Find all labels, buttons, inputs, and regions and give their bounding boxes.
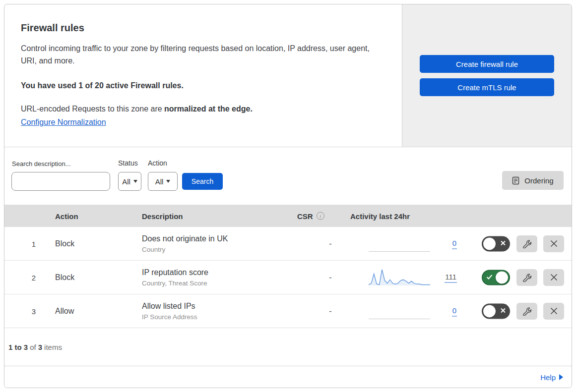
filter-bar: Search description... Status All Action … [4,147,572,205]
column-header-action: Action [55,212,78,220]
normalization-note-bold: normalized at the edge. [164,105,253,113]
normalization-note-text: URL-encoded Requests to this zone are [21,105,164,113]
rule-action: Allow [55,307,74,316]
rule-enabled-toggle[interactable] [482,236,510,251]
search-input[interactable] [22,172,112,190]
activity-count-link[interactable]: 0 [426,238,457,249]
page-title: Firewall rules [21,22,382,34]
column-header-activity: Activity last 24hr [350,212,410,220]
column-header-description: Description [142,212,183,220]
table-row: 1 Block Does not originate in UK Country… [4,227,572,261]
close-icon [550,240,558,247]
ordering-list-icon [512,176,520,185]
toggle-cross-icon [500,307,506,316]
rule-action: Block [55,273,74,282]
column-header-csr: CSR i [297,212,324,220]
ordering-button[interactable]: Ordering [502,171,564,190]
rule-enabled-toggle[interactable] [482,270,510,285]
rule-criteria: Country, Threat Score [142,280,208,287]
status-dropdown[interactable]: All [118,172,141,191]
table-header: Action Description CSR i Activity last 2… [4,205,572,227]
toggle-knob [483,237,496,250]
ordering-button-label: Ordering [524,176,553,185]
activity-sparkline [369,268,430,286]
sparkline-chart [369,268,430,286]
close-icon [550,274,558,281]
chevron-down-icon [133,180,137,183]
usage-summary: You have used 1 of 20 active Firewall ru… [21,81,382,90]
activity-sparkline-empty [369,234,430,253]
wrench-icon [522,239,531,248]
rule-csr-value: - [325,239,335,248]
pagination-total: 3 [38,343,42,351]
edit-rule-button[interactable] [516,303,537,320]
action-dropdown-value: All [155,177,164,186]
help-link-label: Help [540,373,556,382]
header-text-block: Firewall rules Control incoming traffic … [4,4,402,147]
rule-description: Allow listed IPs IP Source Address [142,302,197,321]
rule-description-title: Does not originate in UK [142,234,228,243]
close-icon [550,307,558,315]
wrench-icon [522,307,531,316]
status-dropdown-value: All [122,177,130,186]
configure-normalization-link[interactable]: Configure Normalization [21,118,106,126]
create-firewall-rule-button[interactable]: Create firewall rule [420,55,554,73]
page-description: Control incoming traffic to your zone by… [21,42,382,67]
sparkline-baseline [369,319,430,319]
toggle-check-icon [486,273,493,282]
rule-description: IP reputation score Country, Threat Scor… [142,268,208,287]
normalization-note: URL-encoded Requests to this zone are no… [21,105,382,113]
help-link[interactable]: Help [540,373,563,382]
csr-header-label: CSR [297,212,313,220]
rule-description: Does not originate in UK Country [142,234,228,253]
help-bar: Help [4,366,572,388]
action-label: Action [148,159,167,167]
search-box[interactable] [11,172,110,191]
firewall-rules-card: Firewall rules Control incoming traffic … [4,4,572,388]
delete-rule-button[interactable] [543,235,564,252]
toggle-knob [483,305,496,317]
rule-description-title: IP reputation score [142,268,208,277]
toggle-knob [496,272,508,284]
sparkline-baseline [369,251,430,252]
rule-priority: 2 [19,273,36,281]
rule-csr-value: - [325,273,335,282]
rule-criteria: Country [142,246,228,253]
search-label: Search description... [12,160,71,168]
toggle-cross-icon [500,239,506,248]
arrow-right-icon [559,374,563,380]
info-icon[interactable]: i [317,212,324,220]
edit-rule-button[interactable] [516,235,537,252]
rule-action: Block [55,239,74,248]
activity-sparkline-empty [369,301,430,320]
rule-priority: 1 [19,239,36,248]
delete-rule-button[interactable] [543,269,564,286]
create-mtls-rule-button[interactable]: Create mTLS rule [420,78,554,96]
action-dropdown[interactable]: All [148,172,178,191]
chevron-down-icon [166,180,170,183]
wrench-icon [522,273,531,282]
pagination-summary: 1 to 3 of 3 items [4,328,572,366]
edit-rule-button[interactable] [516,269,537,286]
actions-panel: Create firewall rule Create mTLS rule [402,4,572,147]
status-label: Status [118,159,138,167]
rule-description-title: Allow listed IPs [142,302,197,311]
header-section: Firewall rules Control incoming traffic … [4,4,572,147]
activity-count-link[interactable]: 111 [426,272,457,282]
pagination-of: of [30,343,36,351]
pagination-items-label: items [44,343,62,351]
rule-priority: 3 [19,307,36,315]
search-button[interactable]: Search [182,173,223,190]
delete-rule-button[interactable] [543,303,564,320]
activity-count-link[interactable]: 0 [426,306,457,316]
rule-criteria: IP Source Address [142,313,197,321]
rule-csr-value: - [325,307,335,316]
table-row: 3 Allow Allow listed IPs IP Source Addre… [4,294,572,328]
pagination-range: 1 to 3 [8,343,28,351]
rule-enabled-toggle[interactable] [482,303,510,319]
table-row: 2 Block IP reputation score Country, Thr… [4,261,572,294]
